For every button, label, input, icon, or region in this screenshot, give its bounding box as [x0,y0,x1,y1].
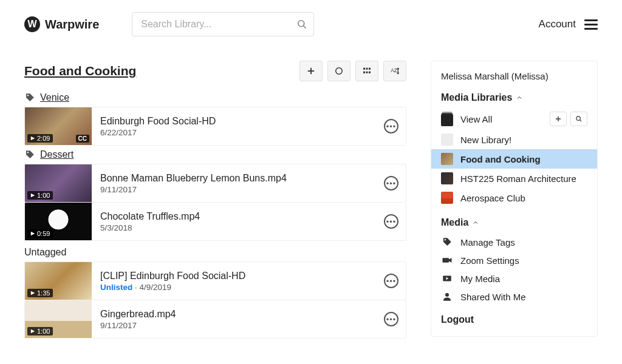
library-item[interactable]: HST225 Roman Architecture [431,169,597,188]
media-date: 5/3/2018 [100,223,132,232]
more-options-button[interactable]: ••• [377,312,406,326]
tag-icon [441,237,453,248]
library-item[interactable]: Food and Cooking [431,149,597,169]
library-name: Aerospace Club [460,193,525,203]
tag-heading[interactable]: Venice [24,92,406,103]
svg-rect-7 [369,68,371,70]
library-name: New Library! [460,135,511,145]
svg-marker-25 [449,258,452,263]
media-heading[interactable]: Media [431,215,597,233]
media-title: Gingerbread.mp4 [100,309,368,320]
more-options-button[interactable]: ••• [377,119,406,133]
thumbnail: 1:00 [25,164,92,202]
svg-point-14 [27,152,29,153]
account-link[interactable]: Account [539,18,576,30]
tag-name[interactable]: Dessert [40,149,73,160]
media-title: Edinburgh Food Social-HD [100,116,368,127]
side-nav-item[interactable]: Zoom Settings [431,251,597,269]
side-nav-label: Shared With Me [460,292,526,302]
camera-icon [441,255,453,266]
side-nav-item[interactable]: My Media [431,269,597,288]
logout-link[interactable]: Logout [431,306,597,326]
svg-point-28 [445,293,449,297]
thumbnail: 1:00 [25,300,92,338]
more-options-button[interactable]: ••• [377,214,406,229]
svg-point-21 [576,116,580,120]
svg-point-0 [298,21,304,27]
svg-rect-6 [366,68,368,70]
svg-point-23 [445,239,446,240]
grid-view-button[interactable] [355,61,378,81]
library-thumb-icon [441,172,453,184]
library-name: HST225 Roman Architecture [460,174,576,184]
media-title: [CLIP] Edinburgh Food Social-HD [100,271,368,281]
tag-icon [24,92,35,103]
media-row[interactable]: 2:09CCEdinburgh Food Social-HD6/22/2017•… [24,107,406,146]
svg-rect-9 [366,72,368,73]
record-button[interactable] [327,61,350,81]
menu-icon[interactable] [584,19,598,30]
media-info: Edinburgh Food Social-HD6/22/2017 [92,111,377,142]
svg-rect-8 [363,72,365,73]
svg-marker-13 [31,136,35,140]
person-icon [441,291,453,302]
side-nav-item[interactable]: Shared With Me [431,288,597,306]
media-date: 9/11/2017 [100,185,137,194]
chevron-up-icon [472,219,479,226]
media-info: Gingerbread.mp49/11/2017 [92,304,377,335]
media-libraries-heading[interactable]: Media Libraries [431,90,597,108]
tag-name[interactable]: Venice [40,92,69,103]
library-thumb-icon [441,192,453,204]
sort-button[interactable]: AZ [383,61,406,81]
add-button[interactable] [299,61,323,81]
svg-rect-24 [443,258,449,263]
brand-text: Warpwire [45,18,99,32]
duration-badge: 0:59 [27,229,53,238]
media-row[interactable]: 1:35[CLIP] Edinburgh Food Social-HDUnlis… [24,261,406,300]
account-block: Account [539,18,598,30]
svg-point-12 [27,95,29,96]
svg-marker-17 [31,291,35,295]
media-row[interactable]: 1:00Bonne Maman Blueberry Lemon Buns.mp4… [24,164,406,203]
stack-icon [441,114,453,126]
duration-badge: 1:35 [27,289,53,297]
media-row[interactable]: 1:00Gingerbread.mp49/11/2017••• [24,300,406,339]
search-container [132,12,314,36]
search-libraries-button[interactable] [570,112,587,126]
media-info: [CLIP] Edinburgh Food Social-HDUnlisted … [92,266,377,297]
media-row[interactable]: 0:59Chocolate Truffles.mp45/3/2018••• [24,203,406,241]
svg-text:AZ: AZ [391,68,397,73]
svg-rect-5 [363,68,365,70]
page-title[interactable]: Food and Cooking [24,64,136,78]
side-nav-label: Manage Tags [460,237,515,248]
svg-point-4 [336,68,343,75]
brand-mark-icon: W [24,16,40,32]
visibility-badge: Unlisted [100,283,132,292]
search-icon[interactable] [296,18,308,30]
brand-logo[interactable]: W Warpwire [24,16,99,32]
more-options-button[interactable]: ••• [377,176,406,190]
svg-marker-16 [31,232,35,235]
media-title: Bonne Maman Blueberry Lemon Buns.mp4 [100,173,368,184]
library-item[interactable]: Aerospace Club [431,188,597,207]
svg-line-22 [579,120,581,121]
view-all-libraries[interactable]: View All [431,108,597,130]
library-name: Food and Cooking [460,154,541,164]
media-info: Chocolate Truffles.mp45/3/2018 [92,206,377,237]
duration-badge: 1:00 [27,191,53,200]
more-options-button[interactable]: ••• [377,274,406,288]
tag-heading[interactable]: Dessert [24,149,406,160]
thumbnail: 1:35 [25,262,92,300]
media-info: Bonne Maman Blueberry Lemon Buns.mp49/11… [92,168,377,199]
add-library-button[interactable] [550,112,567,126]
chevron-up-icon [516,94,523,101]
media-date: 9/11/2017 [100,321,137,330]
svg-marker-15 [31,194,35,197]
media-date: 6/22/2017 [100,128,137,137]
app-header: W Warpwire Account [0,0,622,49]
svg-line-1 [304,26,306,29]
library-item[interactable]: New Library! [431,130,597,149]
side-nav-item[interactable]: Manage Tags [431,233,597,251]
search-input[interactable] [132,12,314,36]
library-thumb-icon [441,153,453,165]
